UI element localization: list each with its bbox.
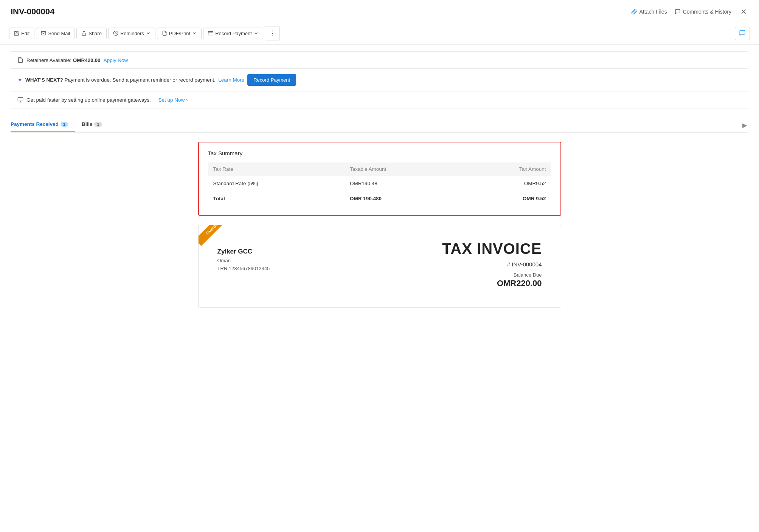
whats-next-bold: WHAT'S NEXT? — [25, 77, 63, 83]
record-payment-toolbar-label: Record Payment — [215, 31, 252, 36]
invoice-title: INV-000004 — [11, 7, 54, 17]
monitor-icon — [17, 97, 23, 103]
retainer-icon — [17, 57, 23, 63]
row-tax-amount: OMR9.52 — [460, 176, 551, 191]
send-mail-label: Send Mail — [48, 31, 70, 36]
share-icon — [81, 31, 87, 36]
tabs-arrow-button[interactable]: ▶ — [741, 122, 748, 129]
tabs-bar: Payments Received 1 Bills 1 ▶ — [11, 112, 748, 133]
row-taxable-amount: OMR190.48 — [345, 176, 460, 191]
gateway-notice: Get paid faster by setting up online pay… — [11, 91, 748, 108]
more-icon: ⋮ — [269, 29, 276, 37]
more-options-button[interactable]: ⋮ — [265, 26, 280, 40]
top-header: INV-000004 Attach Files Comments & Histo… — [0, 0, 759, 22]
learn-more-link[interactable]: Learn More — [218, 77, 244, 83]
col-tax-amount: Tax Amount — [460, 162, 551, 176]
record-payment-notice-button[interactable]: Record Payment — [247, 74, 296, 86]
total-label: Total — [208, 191, 345, 206]
comments-history-label: Comments & History — [683, 9, 731, 15]
invoice-number: # INV-000004 — [442, 261, 542, 268]
edit-label: Edit — [21, 31, 29, 36]
balance-due-amount: OMR220.00 — [442, 278, 542, 288]
col-taxable-amount: Taxable Amount — [345, 162, 460, 176]
payments-received-tab-label: Payments Received — [11, 121, 59, 127]
reminders-label: Reminders — [120, 31, 144, 36]
mail-icon — [41, 31, 46, 36]
svg-rect-5 — [18, 97, 23, 101]
comments-history-button[interactable]: Comments & History — [675, 9, 731, 15]
attach-files-label: Attach Files — [639, 9, 667, 15]
pdf-print-button[interactable]: PDF/Print — [157, 28, 202, 39]
tax-table: Tax Rate Taxable Amount Tax Amount Stand… — [208, 162, 551, 206]
company-country: Oman — [217, 257, 270, 265]
reminders-button[interactable]: Reminders — [108, 28, 155, 39]
edit-button[interactable]: Edit — [9, 28, 34, 39]
retainer-text-prefix: Retainers Available: OMR420.00 — [26, 57, 101, 63]
send-mail-button[interactable]: Send Mail — [36, 28, 75, 39]
balance-due-label: Balance Due — [442, 272, 542, 278]
whats-next-notice: ✦ WHAT'S NEXT? Payment is overdue. Send … — [11, 69, 748, 91]
record-payment-chevron-icon — [254, 31, 258, 36]
reminders-icon — [113, 31, 118, 36]
pdf-print-label: PDF/Print — [169, 31, 190, 36]
edit-icon — [14, 31, 19, 36]
retainer-amount: OMR420.00 — [73, 57, 101, 63]
invoice-right: TAX INVOICE # INV-000004 Balance Due OMR… — [442, 240, 542, 288]
tab-payments-received[interactable]: Payments Received 1 — [11, 118, 75, 132]
paperclip-icon — [631, 9, 637, 15]
company-trn: TRN 123456789012345 — [217, 265, 270, 273]
header-actions: Attach Files Comments & History ✕ — [631, 7, 749, 16]
whats-next-message: Payment is overdue. Send a payment remin… — [64, 77, 215, 83]
svg-rect-3 — [208, 31, 213, 35]
svg-rect-0 — [42, 31, 46, 35]
toolbar: Edit Send Mail Share Reminders PDF/Print… — [0, 22, 759, 45]
comment-icon — [675, 9, 681, 15]
total-tax-amount: OMR 9.52 — [460, 191, 551, 206]
close-button[interactable]: ✕ — [739, 7, 748, 16]
attach-files-button[interactable]: Attach Files — [631, 9, 667, 15]
retainer-notice: Retainers Available: OMR420.00 Apply Now — [11, 51, 748, 69]
invoice-top: Zylker GCC Oman TRN 123456789012345 TAX … — [217, 240, 542, 288]
col-tax-rate: Tax Rate — [208, 162, 345, 176]
share-button[interactable]: Share — [76, 28, 107, 39]
setup-now-link[interactable]: Set up Now › — [158, 97, 188, 103]
chat-icon — [739, 29, 746, 36]
whats-next-text: WHAT'S NEXT? Payment is overdue. Send a … — [25, 77, 244, 83]
pdf-chevron-icon — [192, 31, 197, 36]
tab-bills[interactable]: Bills 1 — [82, 118, 109, 132]
pdf-icon — [162, 31, 167, 36]
tax-invoice-heading: TAX INVOICE — [442, 240, 542, 257]
tax-table-total-row: Total OMR 190.480 OMR 9.52 — [208, 191, 551, 206]
apply-now-link[interactable]: Apply Now — [104, 57, 128, 63]
payment-icon — [208, 31, 213, 36]
chat-button[interactable] — [735, 27, 750, 40]
row-tax-rate: Standard Rate (5%) — [208, 176, 345, 191]
reminders-chevron-icon — [146, 31, 151, 36]
invoice-card: Overdue Zylker GCC Oman TRN 123456789012… — [198, 225, 561, 308]
content-area: Retainers Available: OMR420.00 Apply Now… — [0, 51, 759, 308]
gateway-text: Get paid faster by setting up online pay… — [26, 97, 151, 103]
share-label: Share — [88, 31, 102, 36]
bills-tab-label: Bills — [82, 121, 93, 127]
company-name: Zylker GCC — [217, 248, 270, 255]
payments-received-count: 1 — [61, 122, 68, 127]
tax-summary-section: Tax Summary Tax Rate Taxable Amount Tax … — [198, 142, 561, 216]
sparkle-icon: ✦ — [17, 76, 22, 84]
tax-table-header-row: Tax Rate Taxable Amount Tax Amount — [208, 162, 551, 176]
tax-summary-title: Tax Summary — [208, 150, 551, 156]
invoice-from: Zylker GCC Oman TRN 123456789012345 — [217, 240, 270, 273]
record-payment-toolbar-button[interactable]: Record Payment — [203, 28, 263, 39]
tax-table-row: Standard Rate (5%) OMR190.48 OMR9.52 — [208, 176, 551, 191]
total-taxable-amount: OMR 190.480 — [345, 191, 460, 206]
bills-count: 1 — [94, 122, 102, 127]
